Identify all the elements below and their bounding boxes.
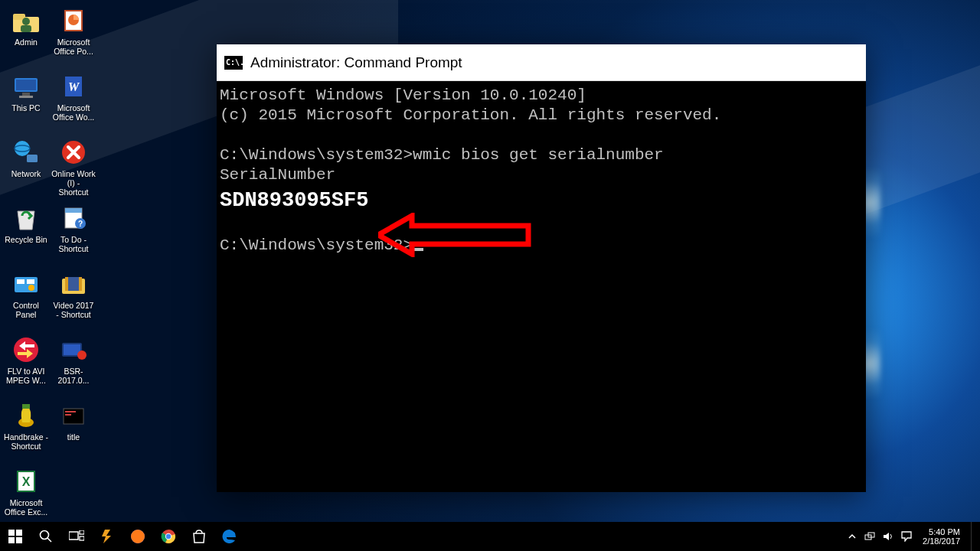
svg-rect-7: [19, 96, 33, 98]
svg-point-36: [77, 350, 87, 360]
desktop-icon-network[interactable]: Network: [3, 135, 49, 199]
desktop-icon-title[interactable]: title: [51, 398, 96, 462]
handbrake-icon: [11, 401, 41, 430]
taskbar-app-chrome[interactable]: [153, 522, 184, 551]
svg-line-46: [47, 538, 51, 542]
taskbar-app-store[interactable]: [184, 522, 214, 551]
icon-label: Handbrake - Shortcut: [4, 432, 48, 451]
search-icon: [39, 530, 53, 543]
taskbar-app-firefox[interactable]: [122, 522, 153, 551]
volume-icon[interactable]: [883, 531, 893, 542]
excel-icon: X: [11, 467, 41, 496]
converter-icon: [11, 335, 41, 364]
desktop-icon-word[interactable]: W Microsoft Office Wo...: [51, 69, 96, 133]
desktop-icon-video[interactable]: Video 2017 - Shortcut: [51, 266, 96, 331]
task-view-button[interactable]: [61, 522, 92, 551]
icon-label: Control Panel: [4, 301, 48, 319]
desktop-icon-excel[interactable]: X Microsoft Office Exc...: [3, 464, 49, 528]
task-view-icon: [69, 530, 84, 543]
command-prompt-window[interactable]: C:\. Administrator: Command Prompt Micro…: [217, 44, 866, 492]
output-header: SerialNumber: [220, 166, 335, 184]
desktop: Admin This PC Network Recycle Bin Contro…: [3, 3, 96, 528]
icon-label: Microsoft Office Po...: [51, 37, 96, 56]
icon-label: To Do - Shortcut: [51, 235, 96, 253]
firefox-icon: [129, 528, 146, 545]
svg-marker-50: [102, 530, 111, 543]
system-tray[interactable]: [848, 531, 912, 542]
svg-rect-6: [22, 93, 30, 96]
svg-text:?: ?: [78, 220, 83, 228]
svg-rect-27: [65, 208, 82, 213]
svg-point-45: [41, 531, 49, 540]
svg-rect-39: [65, 414, 71, 416]
svg-rect-13: [27, 279, 34, 284]
control-panel-icon: [11, 269, 41, 298]
svg-rect-42: [16, 530, 22, 536]
svg-rect-17: [22, 404, 30, 409]
clock-time: 5:40 PM: [923, 527, 960, 536]
taskbar-app-edge[interactable]: [214, 522, 245, 551]
window-titlebar[interactable]: C:\. Administrator: Command Prompt: [217, 44, 866, 81]
desktop-icon-bsr[interactable]: BSR-2017.0...: [51, 332, 96, 396]
terminal-body[interactable]: Microsoft Windows [Version 10.0.10240] (…: [217, 81, 866, 298]
notepad-icon: ?: [59, 204, 88, 233]
show-desktop-button[interactable]: [971, 522, 975, 551]
icon-label: Microsoft Office Exc...: [4, 498, 48, 517]
icon-label: title: [67, 432, 80, 442]
desktop-icon-powerpoint[interactable]: Microsoft Office Po...: [51, 3, 96, 67]
lightning-icon: [100, 529, 115, 544]
taskbar-right: 5:40 PM 2/18/2017: [848, 522, 980, 551]
powerpoint-icon: [59, 6, 88, 35]
icon-label: Recycle Bin: [5, 235, 47, 244]
video-folder-icon: [59, 269, 88, 298]
svg-rect-43: [8, 537, 15, 543]
taskbar-app-winamp[interactable]: [92, 522, 122, 551]
user-folder-icon: [11, 6, 41, 35]
recycle-bin-icon: [11, 204, 41, 233]
icon-label: Microsoft Office Wo...: [51, 103, 96, 122]
svg-point-14: [28, 285, 34, 291]
windows-logo-icon: [8, 530, 22, 543]
icon-label: BSR-2017.0...: [51, 367, 96, 385]
svg-text:W: W: [68, 80, 80, 93]
desktop-icon-admin[interactable]: Admin: [3, 3, 49, 67]
desktop-icon-handbrake[interactable]: Handbrake - Shortcut: [3, 398, 49, 462]
search-button[interactable]: [31, 522, 61, 551]
svg-rect-44: [16, 537, 22, 543]
desktop-col-1: Admin This PC Network Recycle Bin Contro…: [3, 3, 49, 528]
start-button[interactable]: [0, 522, 31, 551]
cmd-app-icon: C:\.: [224, 56, 243, 70]
desktop-icon-this-pc[interactable]: This PC: [3, 69, 49, 133]
chrome-icon: [160, 528, 177, 545]
svg-rect-12: [17, 279, 24, 284]
action-center-icon[interactable]: [901, 531, 912, 542]
network-tray-icon[interactable]: [864, 531, 875, 542]
svg-point-54: [166, 534, 171, 539]
svg-text:X: X: [22, 475, 31, 488]
taskbar-left: [0, 522, 245, 551]
prompt-1: C:\Windows\system32>: [220, 146, 413, 164]
window-title: Administrator: Command Prompt: [250, 54, 462, 71]
svg-marker-57: [884, 533, 889, 540]
banner-line-2: (c) 2015 Microsoft Corporation. All righ…: [220, 106, 721, 124]
entered-command: wmic bios get serialnumber: [413, 146, 664, 164]
desktop-col-2: Microsoft Office Po... W Microsoft Offic…: [51, 3, 96, 528]
desktop-icon-recycle-bin[interactable]: Recycle Bin: [3, 201, 49, 265]
desktop-icon-online-work[interactable]: Online Work (I) - Shortcut: [51, 135, 96, 199]
svg-rect-33: [79, 277, 82, 291]
store-icon: [191, 529, 207, 544]
banner-line-1: Microsoft Windows [Version 10.0.10240]: [220, 86, 586, 104]
desktop-icon-control-panel[interactable]: Control Panel: [3, 266, 49, 331]
chevron-up-icon[interactable]: [848, 532, 857, 541]
desktop-icon-todo[interactable]: ? To Do - Shortcut: [51, 201, 96, 265]
desktop-icon-flv-converter[interactable]: FLV to AVI MPEG W...: [3, 332, 49, 396]
word-icon: W: [59, 72, 88, 101]
serial-number-output: SDN893095SF5: [220, 189, 368, 212]
icon-label: Online Work (I) - Shortcut: [51, 169, 96, 197]
svg-rect-41: [8, 530, 15, 536]
svg-rect-47: [69, 532, 78, 540]
edge-icon: [221, 528, 238, 545]
svg-point-8: [15, 141, 30, 156]
network-icon: [11, 138, 41, 167]
taskbar-clock[interactable]: 5:40 PM 2/18/2017: [918, 527, 965, 546]
